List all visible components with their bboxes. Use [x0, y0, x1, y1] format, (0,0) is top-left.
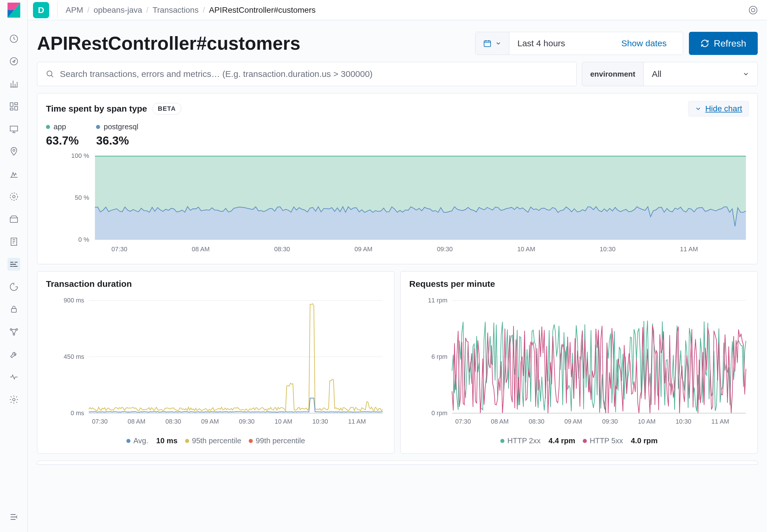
svg-text:6 rpm: 6 rpm [432, 353, 447, 360]
visualize-icon[interactable] [8, 77, 20, 90]
svg-text:08:30: 08:30 [165, 418, 181, 425]
span-legend: app 63.7% postgresql 36.3% [46, 122, 749, 147]
datepicker-value[interactable]: Last 4 hours Show dates [509, 32, 683, 55]
rpm-legend: HTTP 2xx 4.4 rpm HTTP 5xx 4.0 rpm [409, 436, 749, 445]
rpm-chart: 11 rpm6 rpm0 rpm07:3008 AM08:3009 AM09:3… [409, 295, 749, 432]
legend-item-app: app 63.7% [46, 122, 79, 147]
kibana-logo[interactable] [0, 0, 28, 20]
chevron-down-icon [495, 40, 501, 47]
discover-icon[interactable] [8, 55, 20, 68]
search-icon [45, 69, 55, 79]
svg-text:10 AM: 10 AM [274, 418, 292, 425]
legend-5xx: HTTP 5xx 4.0 rpm [583, 436, 658, 445]
svg-text:09 AM: 09 AM [201, 418, 219, 425]
chevron-down-icon [695, 105, 702, 112]
span-panel-title: Time spent by span type [46, 104, 147, 114]
environment-filter: environment All [582, 62, 758, 86]
ml-icon[interactable] [8, 168, 20, 180]
breadcrumb-current: APIRestController#customers [209, 5, 316, 15]
logs-icon[interactable] [8, 213, 20, 226]
newsfeed-icon[interactable] [747, 4, 759, 16]
svg-text:09 AM: 09 AM [564, 418, 582, 425]
svg-text:09:30: 09:30 [602, 418, 618, 425]
metrics-icon[interactable] [8, 235, 20, 248]
breadcrumb-apm[interactable]: APM [66, 5, 83, 15]
svg-text:450 ms: 450 ms [64, 353, 84, 360]
svg-text:07:30: 07:30 [455, 418, 471, 425]
chevron-down-icon [742, 71, 749, 77]
duration-title: Transaction duration [46, 279, 132, 289]
space-selector[interactable]: D [33, 2, 49, 18]
uptime-icon[interactable] [8, 280, 20, 293]
page-header: APIRestController#customers Last 4 hours… [37, 32, 758, 55]
legend-pct-app: 63.7% [46, 134, 79, 147]
breadcrumbs: APM / opbeans-java / Transactions / APIR… [66, 5, 316, 15]
svg-text:08 AM: 08 AM [192, 245, 210, 253]
svg-point-10 [13, 149, 15, 151]
svg-point-11 [10, 193, 18, 200]
span-type-panel: Time spent by span type BETA Hide chart … [37, 93, 758, 264]
svg-text:10 AM: 10 AM [638, 418, 656, 425]
svg-text:10:30: 10:30 [600, 245, 615, 253]
svg-text:10:30: 10:30 [312, 418, 328, 425]
collapse-sidebar-icon[interactable] [8, 511, 20, 523]
svg-text:08 AM: 08 AM [128, 418, 145, 425]
duration-chart: 900 ms450 ms0 ms07:3008 AM08:3009 AM09:3… [46, 295, 386, 432]
graph-icon[interactable] [8, 326, 20, 338]
svg-text:0 ms: 0 ms [71, 409, 84, 417]
space-letter: D [38, 5, 44, 15]
hide-chart-button[interactable]: Hide chart [688, 101, 749, 117]
svg-point-15 [10, 329, 12, 330]
legend-pct-postgresql: 36.3% [96, 134, 138, 147]
svg-text:07:30: 07:30 [111, 245, 127, 253]
dashboard-icon[interactable] [8, 100, 20, 113]
siem-icon[interactable] [8, 303, 20, 316]
show-dates-link[interactable]: Show dates [621, 38, 675, 48]
svg-text:11 AM: 11 AM [711, 418, 729, 425]
legend-dot [46, 125, 50, 129]
svg-text:10:30: 10:30 [676, 418, 691, 425]
refresh-icon [700, 39, 709, 48]
svg-text:09:30: 09:30 [239, 418, 255, 425]
svg-point-12 [12, 195, 15, 198]
maps-icon[interactable] [8, 145, 20, 158]
svg-text:10 AM: 10 AM [517, 245, 535, 253]
svg-rect-21 [484, 41, 491, 47]
svg-text:0 rpm: 0 rpm [432, 409, 447, 417]
svg-rect-5 [10, 103, 13, 106]
breadcrumb-transactions[interactable]: Transactions [152, 5, 198, 15]
svg-point-18 [12, 398, 15, 401]
svg-point-16 [16, 329, 18, 330]
svg-text:50 %: 50 % [75, 194, 89, 201]
breadcrumb-service[interactable]: opbeans-java [93, 5, 142, 15]
topbar: D APM / opbeans-java / Transactions / AP… [28, 0, 767, 20]
devtools-icon[interactable] [8, 348, 20, 361]
page-title: APIRestController#customers [37, 33, 469, 54]
management-icon[interactable] [8, 393, 20, 406]
sidebar [0, 0, 28, 532]
legend-2xx: HTTP 2xx 4.4 rpm [500, 436, 575, 445]
rpm-panel: Requests per minute 11 rpm6 rpm0 rpm07:3… [400, 271, 758, 454]
search-box [37, 62, 577, 86]
monitoring-icon[interactable] [8, 371, 20, 383]
svg-text:08:30: 08:30 [529, 418, 544, 425]
svg-text:100 %: 100 % [71, 153, 89, 159]
environment-select[interactable]: All [644, 62, 757, 86]
svg-text:11 AM: 11 AM [348, 418, 366, 425]
svg-point-20 [751, 8, 755, 12]
apm-icon[interactable] [8, 258, 20, 271]
recent-icon[interactable] [8, 32, 20, 45]
svg-text:900 ms: 900 ms [64, 297, 84, 304]
svg-rect-14 [11, 309, 16, 312]
svg-point-19 [749, 6, 757, 14]
divider [57, 2, 58, 18]
refresh-button[interactable]: Refresh [689, 32, 758, 55]
svg-rect-6 [14, 103, 17, 105]
search-input[interactable] [60, 69, 568, 79]
quickselect-button[interactable] [475, 32, 509, 55]
svg-rect-8 [10, 108, 13, 110]
super-datepicker: Last 4 hours Show dates [475, 32, 683, 55]
canvas-icon[interactable] [8, 123, 20, 135]
infrastructure-icon[interactable] [8, 190, 20, 203]
span-chart: 100 %50 %0 %07:3008 AM08:3009 AM09:3010 … [46, 153, 749, 258]
